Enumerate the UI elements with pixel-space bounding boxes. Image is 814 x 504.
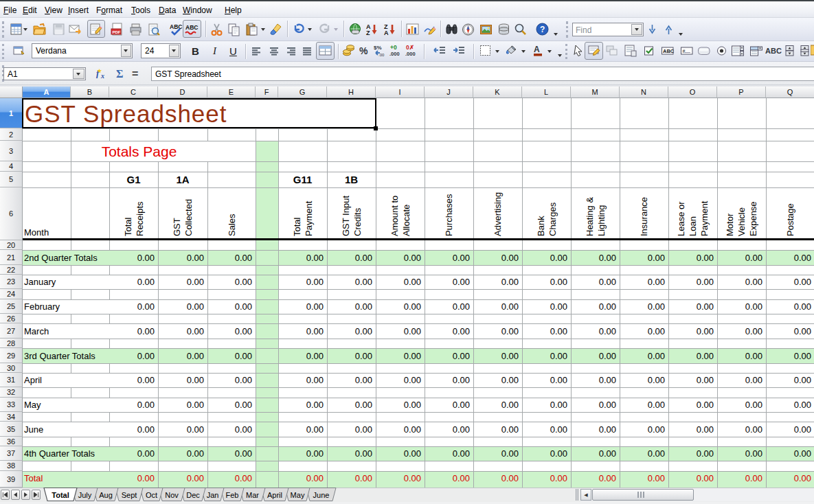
svg-text:May: May bbox=[291, 491, 305, 499]
svg-text:June: June bbox=[313, 491, 330, 499]
svg-text:Dec: Dec bbox=[186, 491, 200, 499]
svg-text:f: f bbox=[96, 68, 100, 78]
svg-text:ABC: ABC bbox=[185, 24, 198, 31]
svg-text:Aug: Aug bbox=[99, 491, 113, 499]
svg-text:Total: Total bbox=[52, 491, 69, 499]
svg-text:Mar: Mar bbox=[246, 491, 259, 499]
svg-text:%: % bbox=[359, 45, 368, 56]
svg-text:+0: +0 bbox=[390, 44, 397, 51]
svg-text:PDF: PDF bbox=[113, 30, 121, 34]
svg-text:Sept: Sept bbox=[122, 491, 137, 499]
svg-text:A: A bbox=[384, 30, 389, 36]
svg-text:$%: $% bbox=[374, 45, 382, 51]
svg-text:Oct: Oct bbox=[146, 491, 157, 499]
svg-text:Nov: Nov bbox=[165, 491, 179, 499]
svg-text:April: April bbox=[267, 491, 282, 499]
svg-text:ABC: ABC bbox=[663, 48, 675, 54]
svg-text:x: x bbox=[100, 72, 104, 80]
svg-text:Feb: Feb bbox=[226, 491, 239, 499]
svg-text:Σ: Σ bbox=[116, 68, 123, 80]
svg-text:?: ? bbox=[540, 25, 545, 34]
svg-text:.000: .000 bbox=[389, 51, 400, 57]
svg-text:July: July bbox=[78, 491, 92, 499]
svg-text:.00: .00 bbox=[378, 53, 385, 57]
svg-text:Z: Z bbox=[366, 30, 370, 36]
svg-text:.000: .000 bbox=[405, 51, 416, 57]
svg-text:ABC: ABC bbox=[170, 23, 182, 30]
svg-text:A: A bbox=[534, 45, 540, 54]
svg-text:0✗: 0✗ bbox=[406, 44, 414, 51]
svg-text:Jan: Jan bbox=[207, 491, 219, 499]
